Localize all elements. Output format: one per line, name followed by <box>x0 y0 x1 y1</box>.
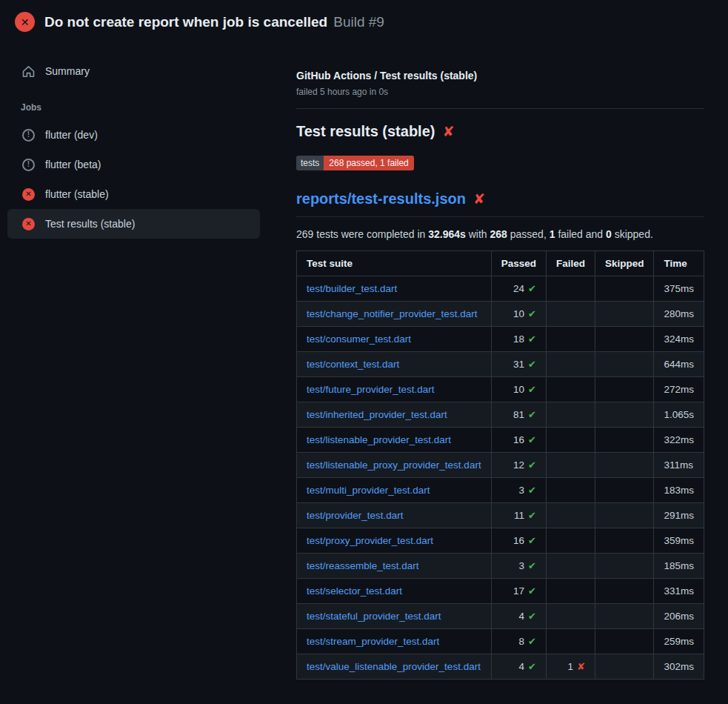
test-suite-link[interactable]: test/listenable_proxy_provider_test.dart <box>307 459 481 471</box>
table-row: test/multi_provider_test.dart 3✔ 183ms <box>297 478 704 503</box>
check-icon: ✔ <box>528 611 536 622</box>
report-file-link[interactable]: reports/test-results.json <box>296 190 466 207</box>
table-row: test/stream_provider_test.dart 8✔ 259ms <box>297 629 704 654</box>
section-heading-text: Test results (stable) <box>296 123 435 140</box>
test-suite-link[interactable]: test/selector_test.dart <box>307 585 402 597</box>
skipped-cell <box>595 453 654 478</box>
skipped-cell <box>595 579 654 604</box>
passed-cell: 17✔ <box>491 579 546 604</box>
tests-badge: tests 268 passed, 1 failed <box>296 156 414 170</box>
passed-cell: 12✔ <box>491 453 546 478</box>
table-row: test/proxy_provider_test.dart 16✔ 359ms <box>297 528 704 554</box>
test-suite-link[interactable]: test/consumer_test.dart <box>307 333 411 345</box>
test-suite-link[interactable]: test/builder_test.dart <box>307 283 397 294</box>
time-cell: 302ms <box>654 654 704 680</box>
test-suite-link[interactable]: test/proxy_provider_test.dart <box>307 535 433 546</box>
badge-value: 268 passed, 1 failed <box>324 156 413 170</box>
skipped-cell <box>595 528 654 554</box>
check-icon: ✔ <box>528 459 536 471</box>
sidebar-job-item[interactable]: ! flutter (beta) <box>7 150 260 179</box>
table-row: test/listenable_provider_test.dart 16✔ 3… <box>297 428 704 453</box>
passed-cell: 18✔ <box>491 327 546 352</box>
table-row: test/value_listenable_provider_test.dart… <box>297 654 704 680</box>
test-suite-link[interactable]: test/provider_test.dart <box>307 510 404 521</box>
failed-cell <box>546 554 595 579</box>
test-suite-link[interactable]: test/reassemble_test.dart <box>307 560 419 571</box>
check-icon: ✔ <box>528 485 536 496</box>
sidebar: Summary Jobs ! flutter (dev) ! flutter (… <box>0 43 296 239</box>
check-icon: ✔ <box>528 434 536 445</box>
divider <box>296 108 704 109</box>
sidebar-job-item[interactable]: ✕ flutter (stable) <box>7 179 260 209</box>
page-title: Do not create report when job is cancell… <box>44 14 384 30</box>
check-icon: ✔ <box>528 359 536 370</box>
failed-cell <box>546 302 595 327</box>
sidebar-item-label: Summary <box>45 65 90 77</box>
badge-label: tests <box>296 156 324 170</box>
check-icon: ✔ <box>528 560 536 571</box>
time-cell: 280ms <box>654 302 704 327</box>
table-row: test/inherited_provider_test.dart 81✔ 1.… <box>297 402 704 428</box>
breadcrumb: GitHub Actions / Test results (stable) <box>296 70 704 82</box>
passed-cell: 16✔ <box>491 428 546 453</box>
passed-cell: 4✔ <box>491 654 546 680</box>
sidebar-job-item[interactable]: ! flutter (dev) <box>7 120 260 150</box>
test-suite-link[interactable]: test/multi_provider_test.dart <box>307 485 430 496</box>
table-row: test/listenable_proxy_provider_test.dart… <box>297 453 704 478</box>
x-circle-icon: ✕ <box>22 218 35 230</box>
test-suite-link[interactable]: test/value_listenable_provider_test.dart <box>307 661 481 672</box>
failed-cell <box>546 478 595 503</box>
skipped-cell <box>595 327 654 352</box>
table-row: test/change_notifier_provider_test.dart … <box>297 302 704 327</box>
test-suite-link[interactable]: test/stateful_provider_test.dart <box>307 611 441 622</box>
skipped-cell <box>595 629 654 654</box>
check-icon: ✔ <box>528 661 536 672</box>
column-header: Passed <box>491 251 546 276</box>
run-header: ✕ Do not create report when job is cance… <box>0 0 728 43</box>
skipped-cell <box>595 428 654 453</box>
sidebar-job-item[interactable]: ✕ Test results (stable) <box>7 209 260 239</box>
sidebar-item-label: flutter (stable) <box>45 188 109 200</box>
x-circle-icon: ✕ <box>22 188 35 201</box>
skipped-cell <box>595 554 654 579</box>
failed-cell <box>546 604 595 629</box>
time-cell: 1.065s <box>654 402 704 428</box>
test-suite-link[interactable]: test/change_notifier_provider_test.dart <box>307 308 477 319</box>
test-suite-link[interactable]: test/context_test.dart <box>307 359 399 370</box>
passed-cell: 3✔ <box>491 554 546 579</box>
passed-cell: 81✔ <box>491 402 546 428</box>
time-cell: 272ms <box>654 377 704 402</box>
failed-cell <box>546 276 595 302</box>
time-cell: 185ms <box>654 554 704 579</box>
report-heading: reports/test-results.json ✘ <box>296 190 704 217</box>
check-icon: ✔ <box>528 308 536 319</box>
time-cell: 259ms <box>654 629 704 654</box>
column-header: Failed <box>546 251 595 276</box>
passed-cell: 4✔ <box>491 604 546 629</box>
skipped-cell <box>595 302 654 327</box>
test-suite-link[interactable]: test/listenable_provider_test.dart <box>307 434 451 445</box>
build-number: Build #9 <box>333 14 384 30</box>
section-heading: Test results (stable) ✘ <box>296 123 704 140</box>
passed-cell: 31✔ <box>491 352 546 377</box>
failed-cell: 1✘ <box>546 654 595 680</box>
table-row: test/consumer_test.dart 18✔ 324ms <box>297 327 704 352</box>
failed-cell <box>546 503 595 528</box>
sidebar-item-summary[interactable]: Summary <box>7 56 260 86</box>
passed-cell: 11✔ <box>491 503 546 528</box>
time-cell: 359ms <box>654 528 704 554</box>
test-suite-link[interactable]: test/stream_provider_test.dart <box>307 636 439 647</box>
summary-text: 269 tests were completed in 32.964s with… <box>296 228 704 240</box>
failed-cell <box>546 352 595 377</box>
workflow-run-page: ✕ Do not create report when job is cance… <box>0 0 728 680</box>
time-cell: 206ms <box>654 604 704 629</box>
failed-cell <box>546 629 595 654</box>
skipped-cell <box>595 276 654 302</box>
sidebar-jobs-list: ! flutter (dev) ! flutter (beta) ✕ flutt… <box>7 120 260 239</box>
test-suite-link[interactable]: test/future_provider_test.dart <box>307 384 435 395</box>
x-circle-icon: ✕ <box>15 12 35 32</box>
table-row: test/future_provider_test.dart 10✔ 272ms <box>297 377 704 402</box>
table-row: test/reassemble_test.dart 3✔ 185ms <box>297 554 704 579</box>
test-suite-link[interactable]: test/inherited_provider_test.dart <box>307 409 447 420</box>
time-cell: 291ms <box>654 503 704 528</box>
